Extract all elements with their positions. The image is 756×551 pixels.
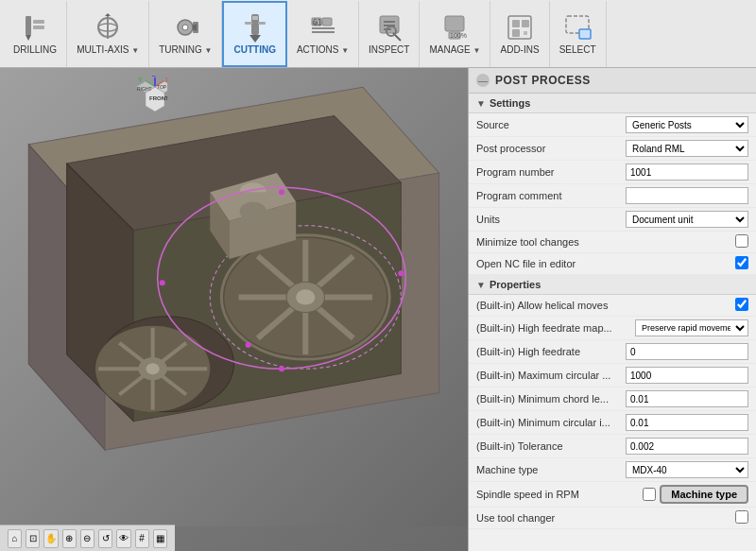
svg-point-75: [246, 342, 251, 348]
select-icon: [562, 12, 593, 43]
settings-section-header[interactable]: ▼ Settings: [469, 94, 756, 113]
program-comment-input[interactable]: [626, 187, 748, 204]
properties-arrow: ▼: [476, 280, 486, 290]
units-select[interactable]: Document unit: [626, 211, 748, 228]
minimize-tool-changes-checkbox[interactable]: [735, 234, 748, 248]
svg-rect-16: [258, 22, 266, 25]
toolbar-item-turning[interactable]: TURNING ▼: [149, 1, 222, 67]
source-control: Generic Posts: [626, 116, 748, 133]
home-button[interactable]: ⌂: [8, 529, 22, 548]
turning-icon: [170, 12, 200, 43]
toolbar-item-cutting[interactable]: CUTTING: [222, 1, 286, 67]
svg-rect-35: [522, 20, 529, 27]
pan-button[interactable]: ✋: [43, 529, 58, 548]
program-number-control: [626, 164, 748, 181]
svg-text:100%: 100%: [450, 32, 467, 39]
grid-button[interactable]: #: [135, 529, 149, 548]
toolbar-item-addins[interactable]: ADD-INS: [490, 1, 549, 67]
min-chord-control: [626, 390, 748, 407]
program-comment-control: [626, 187, 748, 204]
svg-rect-13: [252, 16, 258, 20]
properties-section-header[interactable]: ▼ Properties: [469, 275, 756, 295]
svg-text:RIGHT: RIGHT: [137, 86, 152, 92]
bottom-bar: ⌂ ⊡ ✋ ⊕ ⊖ ↺ 👁 # ▦: [0, 525, 175, 551]
machine-type-button[interactable]: Machine type: [660, 485, 748, 504]
min-chord-input[interactable]: [626, 390, 748, 407]
svg-text:FRONT: FRONT: [149, 95, 167, 101]
look-button[interactable]: 👁: [116, 529, 130, 548]
minimize-tool-changes-row: Minimize tool changes: [469, 232, 756, 253]
tolerance-row: (Built-in) Tolerance: [469, 435, 756, 458]
program-comment-label: Program comment: [476, 190, 626, 201]
svg-text:G1: G1: [313, 20, 318, 26]
post-processor-row: Post processor Roland RML: [469, 137, 756, 161]
toolbar-item-actions[interactable]: G1 G1 G2 ACTIONS ▼: [287, 1, 359, 67]
allow-helical-row: (Built-in) Allow helical moves: [469, 295, 756, 317]
use-tool-changer-control: [735, 510, 748, 525]
min-chord-label: (Built-in) Minimum chord le...: [476, 393, 626, 405]
zoom-in-button[interactable]: ⊕: [62, 529, 77, 548]
toolbar-label-cutting: CUTTING: [233, 44, 275, 55]
toolbar-item-multiaxis[interactable]: MULTI-AXIS ▼: [67, 1, 149, 67]
max-circular-row: (Built-in) Maximum circular ...: [469, 364, 756, 387]
high-feedrate-row: (Built-in) High feedrate: [469, 340, 756, 364]
orbit-button[interactable]: ↺: [98, 529, 112, 548]
open-nc-checkbox[interactable]: [735, 256, 748, 269]
cutting-icon: [240, 12, 270, 43]
svg-point-63: [146, 363, 160, 374]
3d-model: [0, 68, 468, 526]
viewport[interactable]: X Y Z FRONT TOP RIGHT ⌂ ⊡ ✋ ⊕ ⊖ ↺ 👁 # ▦: [0, 68, 468, 551]
program-number-input[interactable]: [626, 164, 748, 181]
max-circular-input[interactable]: [626, 367, 748, 384]
svg-marker-7: [105, 13, 111, 16]
svg-point-74: [279, 366, 284, 371]
svg-point-73: [398, 270, 404, 276]
zoom-out-button[interactable]: ⊖: [80, 529, 94, 548]
tolerance-input[interactable]: [626, 438, 748, 455]
toolbar-item-manage[interactable]: 100% MANAGE ▼: [420, 1, 490, 67]
spindle-speed-checkbox[interactable]: [643, 488, 656, 501]
high-feedrate-map-label: (Built-in) High feedrate map...: [476, 322, 635, 334]
high-feedrate-map-select[interactable]: Preserve rapid movement: [635, 319, 748, 336]
svg-point-9: [182, 25, 188, 30]
fit-button[interactable]: ⊡: [26, 529, 40, 548]
max-circular-label: (Built-in) Maximum circular ...: [476, 370, 626, 381]
svg-rect-2: [33, 20, 44, 24]
svg-rect-22: [312, 27, 335, 29]
addins-icon: [505, 12, 535, 43]
machine-type-select[interactable]: MDX-40: [626, 461, 748, 478]
toolbar-item-inspect[interactable]: INSPECT: [359, 1, 420, 67]
display-button[interactable]: ▦: [153, 529, 167, 548]
panel-collapse-button[interactable]: —: [476, 74, 490, 87]
min-circular-input[interactable]: [626, 414, 748, 431]
toolbar-label-select: SELECT: [559, 44, 596, 55]
svg-point-71: [160, 280, 165, 285]
properties-section-title: Properties: [490, 279, 541, 290]
tolerance-label: (Built-in) Tolerance: [476, 440, 626, 452]
svg-text:Y: Y: [138, 77, 143, 83]
machine-type-row: Machine type MDX-40: [469, 458, 756, 482]
minimize-tool-changes-control: [735, 234, 748, 250]
svg-rect-23: [312, 31, 335, 33]
source-select[interactable]: Generic Posts: [626, 116, 748, 133]
spindle-speed-control: Machine type: [643, 485, 748, 504]
multiaxis-icon: [93, 12, 123, 43]
main-area: X Y Z FRONT TOP RIGHT ⌂ ⊡ ✋ ⊕ ⊖ ↺ 👁 # ▦: [0, 68, 756, 551]
min-circular-label: (Built-in) Minimum circular i...: [476, 417, 626, 428]
toolbar-label-drilling: DRILLING: [13, 44, 57, 55]
nav-cube[interactable]: X Y Z FRONT TOP RIGHT: [115, 76, 167, 128]
post-processor-select[interactable]: Roland RML: [626, 140, 748, 157]
toolbar-item-drilling[interactable]: DRILLING: [4, 1, 67, 67]
use-tool-changer-checkbox[interactable]: [735, 510, 748, 524]
toolbar-label-turning: TURNING ▼: [159, 44, 212, 55]
allow-helical-checkbox[interactable]: [735, 298, 748, 311]
toolbar-label-manage: MANAGE ▼: [429, 44, 480, 55]
settings-section-title: Settings: [490, 97, 530, 109]
program-number-row: Program number: [469, 161, 756, 184]
svg-rect-30: [445, 16, 464, 31]
source-row: Source Generic Posts: [469, 113, 756, 137]
svg-rect-0: [26, 16, 31, 35]
toolbar-item-select[interactable]: SELECT: [550, 1, 607, 67]
high-feedrate-input[interactable]: [626, 343, 748, 360]
spindle-speed-row: Spindle speed in RPM Machine type: [469, 482, 756, 508]
